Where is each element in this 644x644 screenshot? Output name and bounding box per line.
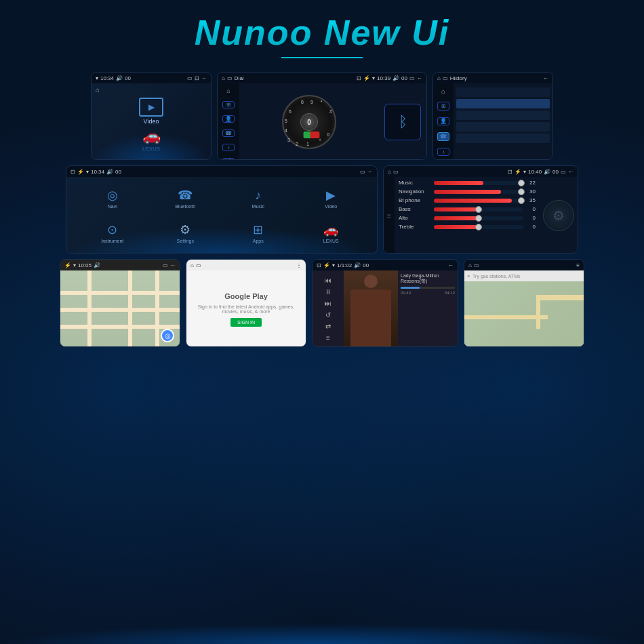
audio-label-nav: Navigation: [399, 188, 431, 195]
home-item-bluetooth[interactable]: ☎ Bluetooth: [150, 182, 221, 214]
sidebar-music-icon[interactable]: ♪: [222, 144, 235, 151]
home-item-video[interactable]: ▶ Video: [296, 182, 367, 214]
status-right-3: ←: [543, 75, 548, 81]
vol-icon-6: 🔊: [94, 262, 100, 268]
wifi-icon-4: ▾: [86, 169, 89, 175]
sidebar-grid-icon[interactable]: ⊞: [222, 101, 235, 108]
dial-home-btn[interactable]: ⌂: [226, 87, 230, 94]
hist-home-btn[interactable]: ⌂: [441, 87, 445, 95]
hist-call-icon[interactable]: ☎: [437, 132, 449, 141]
audio-bar-bass[interactable]: [434, 207, 523, 212]
history-title-label: History: [450, 75, 467, 81]
audio-label-music: Music: [399, 180, 431, 186]
vol-icon-2: 🔊: [393, 75, 399, 81]
nav-road-1: [536, 295, 584, 300]
screen-4-content: ◎ Navi ☎ Bluetooth ♪ Music ▶ Video: [66, 177, 377, 254]
audio-bar-alto[interactable]: [434, 216, 523, 220]
sidebar-bt-icon[interactable]: ⚡: [222, 158, 235, 160]
play-pause-btn[interactable]: ⏸: [325, 288, 331, 296]
audio-row-btphone: Bt phone 35: [399, 197, 536, 203]
hist-grid-icon[interactable]: ⊞: [437, 102, 449, 110]
history-item-2[interactable]: [456, 99, 550, 108]
search-bar[interactable]: ≡ Try gas stations, ATMs: [464, 270, 584, 281]
audio-label-alto: Alto: [399, 215, 431, 221]
home-icon-9: ⌂: [468, 262, 472, 268]
dial-title: Dial: [235, 75, 244, 81]
video-section: ▶ Video: [139, 98, 163, 125]
history-item-3[interactable]: [456, 110, 550, 120]
nav-road-v: [536, 295, 540, 329]
audio-bar-nav[interactable]: [434, 190, 523, 194]
shuffle-btn[interactable]: ⇄: [325, 323, 331, 330]
video-icon-box[interactable]: ▶: [139, 98, 163, 117]
history-item-1[interactable]: [456, 87, 550, 97]
home-icon-3: ⌂: [437, 75, 441, 81]
map-road-v3: [155, 270, 159, 347]
audio-fill-music: [434, 181, 483, 185]
home-item-music[interactable]: ♪ Music: [223, 182, 294, 214]
prev-btn[interactable]: ⏮: [325, 277, 331, 284]
bt-box[interactable]: ᛒ: [384, 104, 421, 140]
gplay-signin-btn[interactable]: SIGN IN: [230, 318, 262, 327]
time-fill: [401, 287, 420, 289]
title-underline: [281, 57, 363, 58]
bt-symbol: ᛒ: [399, 113, 407, 131]
dial-circle[interactable]: 9 8 * 6 # 5 4 3 2 1 + 0: [282, 95, 336, 149]
home-icon-1: ⌂: [96, 86, 100, 94]
status-bar-5: ⌂ ▭ ⊡ ⚡ ▾ 10:40 🔊 00 ▭ ←: [384, 166, 578, 177]
dial-num-0: 0: [327, 132, 329, 137]
hist-person-icon[interactable]: 👤: [437, 117, 449, 126]
audio-dot-nav: [518, 188, 525, 195]
screen-icon-4: ▭: [360, 169, 365, 175]
audio-bar-treble[interactable]: [434, 225, 523, 229]
vol-icon-8: 🔊: [354, 262, 361, 268]
window-icon-5: ▭: [561, 169, 566, 175]
history-item-4[interactable]: [456, 122, 550, 132]
sidebar-call-icon[interactable]: ☎: [222, 129, 235, 137]
screen-home-menu: ⊡ ⚡ ▾ 10:34 🔊 00 ▭ ← ◎ Navi: [66, 165, 378, 254]
map-road-h2: [60, 308, 180, 312]
status-bar-1: ▾ 10:34 🔊 00 ▭ ⊡ ←: [92, 73, 211, 83]
wave-bg-1: [92, 134, 211, 160]
audio-val-alto: 0: [526, 215, 536, 221]
time-2: 10:39: [377, 75, 390, 81]
screen-6-content: ◎: [60, 270, 180, 347]
next-btn[interactable]: ⏭: [325, 300, 331, 307]
hist-music-icon[interactable]: ♪: [437, 148, 449, 157]
audio-dot-treble: [475, 224, 482, 230]
status-left-1: ▾ 10:34 🔊 00: [96, 75, 131, 81]
nav-map-bg: ≡ Try gas stations, ATMs: [464, 270, 584, 347]
list-btn[interactable]: ≡: [326, 334, 330, 342]
audio-fill-btphone: [434, 199, 512, 203]
dial-red-btn[interactable]: [310, 132, 319, 138]
audio-bar-btphone[interactable]: [434, 199, 523, 203]
audio-row-bass: Bass 0: [399, 206, 536, 212]
nav-map-content: [464, 281, 584, 347]
time-bar[interactable]: [401, 287, 455, 289]
screen-3-content: ⌂ ⊞ 👤 ☎ ♪ ⚡: [433, 83, 552, 160]
audio-val-nav: 30: [526, 188, 536, 195]
status-bar-7: ⌂ ▭ ⋮: [186, 260, 306, 270]
repeat-btn[interactable]: ↺: [325, 311, 331, 319]
status-right-5: ⊡ ⚡ ▾ 10:40 🔊 00 ▭ ←: [508, 169, 573, 175]
row-1: ▾ 10:34 🔊 00 ▭ ⊡ ← ⌂ ▶ Video: [12, 72, 632, 160]
navi-label: Navi: [108, 204, 117, 209]
window-icon-2: ▭: [409, 75, 415, 81]
screen-icon-5: ▭: [393, 169, 399, 175]
audio-bar-music[interactable]: [434, 181, 523, 185]
main-title: Nunoo New Ui: [0, 12, 644, 53]
sidebar-person-icon[interactable]: 👤: [222, 115, 235, 123]
audio-fill-nav: [434, 190, 501, 194]
history-item-5[interactable]: [456, 134, 550, 143]
status-bar-6: ⚡ ▾ 10:05 🔊 ▭ ←: [60, 260, 180, 270]
audio-gear-area: ⚙: [540, 177, 578, 254]
bottom-wave: [0, 624, 644, 644]
person-silhouette: [344, 270, 398, 347]
map-location-btn[interactable]: ◎: [161, 329, 174, 342]
dial-num-3: 3: [287, 138, 290, 142]
time-5: 10:40: [528, 169, 542, 175]
home-item-navi[interactable]: ◎ Navi: [77, 182, 148, 214]
video-home-label: Video: [325, 204, 337, 209]
status-right-1: ▭ ⊡ ←: [187, 75, 207, 81]
video-label: Video: [144, 118, 159, 125]
